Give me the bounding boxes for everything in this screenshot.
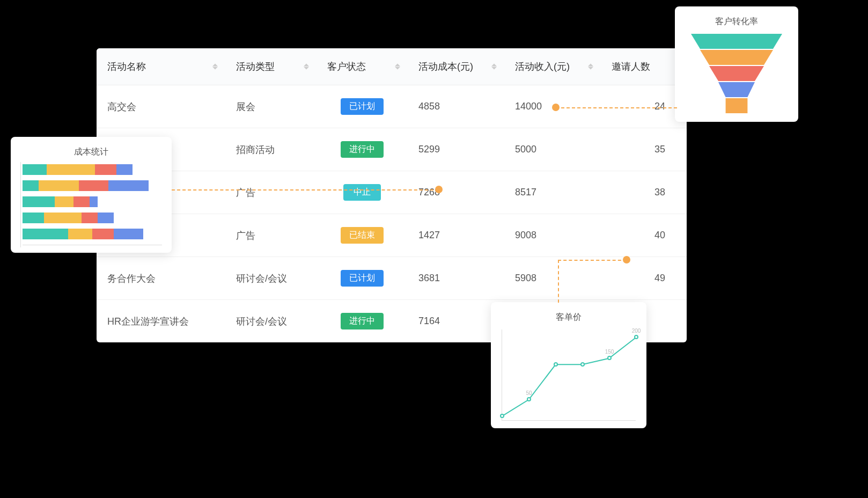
sort-icon[interactable] — [395, 64, 400, 70]
connector-line — [172, 189, 439, 191]
cell-status: 已计划 — [317, 257, 408, 300]
sort-icon[interactable] — [304, 64, 309, 70]
line-point — [554, 362, 558, 367]
bar-segment — [95, 164, 116, 175]
conversion-funnel-popover: 客户转化率 — [675, 6, 798, 122]
table-row[interactable]: 高交会展会已计划48581400024 — [97, 85, 687, 128]
bar-segment — [23, 180, 39, 191]
status-badge: 已计划 — [341, 98, 384, 115]
cell-invite: 38 — [601, 171, 687, 214]
status-badge: 已计划 — [341, 270, 384, 287]
activity-table-card: 活动名称 活动类型 客户状态 活动成本(元) 活动收入(元) — [97, 48, 687, 342]
funnel-segment — [691, 66, 782, 81]
cell-income: 5000 — [504, 128, 601, 171]
bar-segment — [90, 196, 98, 207]
activity-table: 活动名称 活动类型 客户状态 活动成本(元) 活动收入(元) — [97, 48, 687, 342]
bar-segment — [55, 196, 73, 207]
cell-status: 进行中 — [317, 300, 408, 343]
table-row[interactable]: 招商活动招商活动进行中5299500035 — [97, 128, 687, 171]
cell-status: 中止 — [317, 171, 408, 214]
connector-line — [556, 107, 677, 108]
unit-price-title: 客单价 — [501, 312, 637, 323]
table-row[interactable]: 务合作大会研讨会/会议已计划3681590849 — [97, 257, 687, 300]
bar-segment — [92, 229, 114, 239]
cell-income: 8517 — [504, 171, 601, 214]
header-cost[interactable]: 活动成本(元) — [408, 48, 504, 85]
bar-segment — [23, 164, 47, 175]
cell-type: 招商活动 — [225, 128, 317, 171]
bar-segment — [108, 180, 149, 191]
bar-segment — [116, 164, 133, 175]
status-badge: 已结束 — [341, 227, 384, 244]
header-invite[interactable]: 邀请人数 — [601, 48, 687, 85]
header-name-label: 活动名称 — [107, 61, 146, 72]
funnel-chart — [691, 34, 782, 113]
header-income-label: 活动收入(元) — [515, 61, 570, 72]
table-header-row: 活动名称 活动类型 客户状态 活动成本(元) 活动收入(元) — [97, 48, 687, 85]
stacked-bar-row — [23, 196, 162, 207]
header-type[interactable]: 活动类型 — [225, 48, 317, 85]
conversion-funnel-title: 客户转化率 — [685, 16, 789, 27]
bar-segment — [98, 213, 114, 223]
sort-icon[interactable] — [588, 64, 593, 70]
line-point — [580, 362, 585, 367]
connector-line — [558, 260, 559, 303]
bar-segment — [39, 180, 79, 191]
line-point-label: 150 — [605, 349, 614, 355]
cost-stacked-bar-chart — [20, 164, 162, 245]
cell-income: 9008 — [504, 214, 601, 257]
cell-type: 广告 — [225, 214, 317, 257]
cell-status: 已计划 — [317, 85, 408, 128]
header-status[interactable]: 客户状态 — [317, 48, 408, 85]
line-point — [500, 414, 504, 418]
bar-segment — [23, 229, 68, 239]
line-point-label: 50 — [526, 390, 532, 396]
stacked-bar-row — [23, 180, 162, 191]
bar-segment — [79, 180, 108, 191]
cell-status: 进行中 — [317, 128, 408, 171]
stacked-bar-row — [23, 164, 162, 175]
unit-price-popover: 客单价 50150200 — [491, 302, 646, 428]
funnel-segment — [691, 82, 782, 97]
line-point — [527, 397, 531, 401]
cell-cost: 1427 — [408, 214, 504, 257]
bar-segment — [44, 213, 82, 223]
header-name[interactable]: 活动名称 — [97, 48, 225, 85]
cell-name: 高交会 — [97, 85, 225, 128]
line-point — [607, 356, 612, 360]
cell-type: 研讨会/会议 — [225, 300, 317, 343]
cell-cost: 5299 — [408, 128, 504, 171]
bar-segment — [47, 164, 95, 175]
cell-type: 展会 — [225, 85, 317, 128]
cell-type: 广告 — [225, 171, 317, 214]
line-point — [634, 335, 638, 339]
stacked-bar-row — [23, 229, 162, 239]
cell-income: 5908 — [504, 257, 601, 300]
bar-segment — [114, 229, 143, 239]
funnel-segment — [691, 34, 782, 49]
header-income[interactable]: 活动收入(元) — [504, 48, 601, 85]
status-badge: 中止 — [343, 184, 381, 201]
connector-dot-icon — [435, 186, 443, 193]
bar-segment — [82, 213, 98, 223]
cell-invite: 24 — [601, 85, 687, 128]
status-badge: 进行中 — [341, 141, 384, 158]
cost-stats-title: 成本统计 — [20, 147, 162, 158]
status-badge: 进行中 — [341, 313, 384, 329]
cost-stats-popover: 成本统计 — [11, 137, 172, 253]
connector-line — [558, 260, 627, 261]
header-type-label: 活动类型 — [236, 61, 275, 72]
sort-icon[interactable] — [212, 64, 218, 70]
connector-dot-icon — [623, 256, 630, 263]
unit-price-line-chart: 50150200 — [502, 329, 636, 421]
table-row[interactable]: 告推广广告已结束1427900840 — [97, 214, 687, 257]
bar-segment — [68, 229, 92, 239]
cell-name: 务合作大会 — [97, 257, 225, 300]
cell-invite: 35 — [601, 128, 687, 171]
bar-segment — [23, 213, 44, 223]
funnel-segment — [691, 98, 782, 113]
bar-segment — [23, 196, 55, 207]
table-row[interactable]: 广告中止7268851738 — [97, 171, 687, 214]
sort-icon[interactable] — [491, 64, 497, 70]
stacked-bar-row — [23, 213, 162, 223]
